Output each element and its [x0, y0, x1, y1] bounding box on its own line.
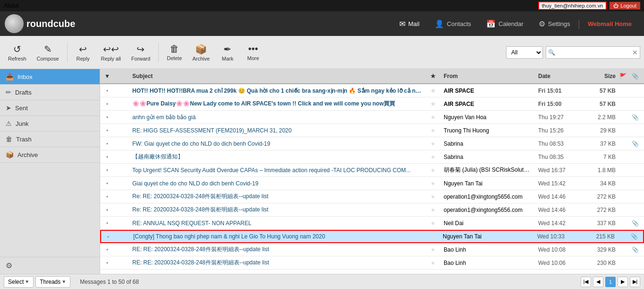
row-checkbox[interactable]: ●	[100, 261, 114, 265]
table-row[interactable]: ● [Congty] Thong bao nghi phep nam & ngh…	[100, 230, 644, 243]
row-checkbox[interactable]: ●	[100, 181, 114, 185]
search-icon: 🔍	[548, 49, 555, 56]
table-row[interactable]: ● 🌸🌸Pure Daisy🌸🌸New Lady come to AIR SPA…	[100, 97, 644, 111]
search-input[interactable]	[557, 49, 632, 56]
row-from: operation1@xingtong5656.com	[440, 193, 534, 200]
forward-button[interactable]: ↪ Forward	[127, 38, 155, 67]
row-checkbox[interactable]: ●	[100, 168, 114, 172]
row-star[interactable]: ★	[426, 101, 440, 107]
row-checkbox[interactable]: ●	[100, 88, 114, 93]
mark-button[interactable]: ✒ Mark	[216, 38, 240, 67]
nav-mail[interactable]: ✉ Mail	[392, 16, 427, 32]
row-star[interactable]: ★	[426, 246, 440, 253]
sidebar-item-trash[interactable]: 🗑 Trash	[0, 131, 100, 147]
about-link[interactable]: About	[4, 2, 18, 9]
prev-page-button[interactable]: ◀	[593, 277, 603, 287]
delete-button[interactable]: 🗑 Delete	[163, 38, 186, 67]
sidebar-item-inbox[interactable]: 📥 Inbox	[0, 69, 100, 85]
sidebar-item-archive[interactable]: 📦 Archive	[0, 147, 100, 163]
row-subject: RE: RE: 20200324-0328-248件裝柜明細表--update …	[129, 245, 426, 254]
row-star[interactable]: ★	[426, 140, 440, 147]
threads-button[interactable]: Threads ▼	[35, 276, 70, 288]
row-checkbox[interactable]: ●	[100, 141, 114, 146]
nav-contacts[interactable]: 👤 Contacts	[427, 16, 479, 32]
row-checkbox[interactable]: ●	[101, 235, 115, 239]
refresh-button[interactable]: ↺ Refresh	[4, 38, 31, 67]
reply-button[interactable]: ↩ Reply	[71, 38, 95, 67]
table-row[interactable]: ● RE: HIGG SELF-ASSESSMENT (FEM2019)_MAR…	[100, 124, 644, 137]
archive-button[interactable]: 📦 Archive	[188, 38, 214, 67]
row-star[interactable]: ★	[426, 180, 440, 187]
more-button[interactable]: ••• More	[241, 38, 265, 67]
first-page-button[interactable]: |◀	[581, 277, 591, 287]
table-row[interactable]: ● anhn gửi em bảb bảo giá ★ Nguyen Van H…	[100, 111, 644, 124]
size-header[interactable]: Size	[582, 73, 619, 79]
row-star[interactable]: ★	[426, 154, 440, 160]
drafts-icon: ✏	[6, 88, 11, 96]
row-star[interactable]: ★	[426, 207, 440, 213]
last-page-button[interactable]: ▶|	[630, 277, 640, 287]
sidebar-item-junk[interactable]: ⚠ Junk	[0, 116, 100, 131]
logout-button[interactable]: ⏻ Logout	[610, 2, 640, 9]
row-checkbox[interactable]: ●	[100, 221, 114, 225]
check-all[interactable]: ▼	[100, 73, 114, 79]
nav-settings[interactable]: ⚙ Settings	[531, 16, 578, 32]
attach-col-header: 📎	[632, 73, 644, 79]
sidebar-settings[interactable]: ⚙	[0, 257, 100, 274]
page-number[interactable]: 1	[605, 277, 616, 287]
row-from: Nguyen Tan Tai	[439, 233, 533, 240]
table-row[interactable]: ● RE: ANNUAL NSQ REQUEST- NON APPAREL ★ …	[100, 217, 644, 230]
row-subject: Re: RE: 20200324-0328-248件裝柜明細表--update …	[129, 206, 426, 214]
table-row[interactable]: ● Giai quyet che do cho NLD do dich benh…	[100, 177, 644, 190]
settings-icon: ⚙	[539, 19, 545, 28]
table-row[interactable]: ● RE: RE: 20200324-0328-248件裝柜明細表--updat…	[100, 243, 644, 256]
row-star[interactable]: ★	[426, 127, 440, 134]
sidebar-item-sent[interactable]: ➤ Sent	[0, 100, 100, 116]
row-checkbox[interactable]: ●	[100, 155, 114, 159]
from-header[interactable]: From	[440, 73, 534, 79]
row-size: 57 KB	[582, 88, 619, 94]
sidebar-item-drafts[interactable]: ✏ Drafts	[0, 85, 100, 100]
table-row[interactable]: ● Re: RE: 20200324-0328-248件裝柜明細表--updat…	[100, 203, 644, 217]
search-box: 🔍 ✕	[546, 46, 640, 59]
row-subject: RE: ANNUAL NSQ REQUEST- NON APPAREL	[129, 220, 426, 227]
power-icon: ⏻	[613, 3, 618, 9]
next-page-button[interactable]: ▶	[618, 277, 628, 287]
table-row[interactable]: ● 【越南廠休假通知】 ★ Sabrina Thu 08:35 7 KB	[100, 150, 644, 164]
row-star[interactable]: ★	[426, 193, 440, 200]
filter-select[interactable]: All Unread Flagged	[506, 46, 543, 59]
reply-all-button[interactable]: ↩↩ Reply all	[97, 38, 125, 67]
table-row[interactable]: ● FW: Giai quyet che do cho NLD do dich …	[100, 137, 644, 150]
row-star[interactable]: ★	[425, 233, 439, 240]
row-checkbox[interactable]: ●	[100, 194, 114, 199]
row-from: Sabrina	[440, 140, 534, 147]
row-checkbox[interactable]: ●	[100, 102, 114, 106]
row-date: Fri 15:01	[534, 88, 582, 94]
date-header[interactable]: Date	[534, 73, 582, 79]
table-row[interactable]: ● Top Urgent! SCAN Security Audit Overdu…	[100, 164, 644, 177]
select-button[interactable]: Select ▼	[4, 276, 34, 288]
table-row[interactable]: ● RE: RE: 20200324-0328-248件裝柜明細表--updat…	[100, 256, 644, 270]
options-icon: ▼	[104, 73, 110, 79]
row-checkbox[interactable]: ●	[100, 115, 114, 119]
table-row[interactable]: ● Mail delivery failed: returning messag…	[100, 270, 644, 274]
row-date: Thu 15:26	[534, 127, 582, 134]
table-row[interactable]: ● Re: RE: 20200324-0328-248件裝柜明細表--updat…	[100, 190, 644, 203]
user-email: thuy_tien@nhihiep.com.vn	[538, 1, 607, 10]
row-star[interactable]: ★	[426, 167, 440, 174]
row-subject: Re: RE: 20200324-0328-248件裝柜明細表--update …	[129, 193, 426, 201]
row-star[interactable]: ★	[426, 260, 440, 266]
row-star[interactable]: ★	[426, 88, 440, 94]
nav-webmail-home[interactable]: Webmail Home	[580, 17, 639, 31]
row-checkbox[interactable]: ●	[100, 128, 114, 132]
clear-search-icon[interactable]: ✕	[632, 49, 638, 56]
row-checkbox[interactable]: ●	[100, 208, 114, 212]
row-star[interactable]: ★	[426, 273, 440, 274]
row-star[interactable]: ★	[426, 220, 440, 227]
row-checkbox[interactable]: ●	[100, 247, 114, 252]
subject-header[interactable]: Subject	[129, 73, 426, 79]
compose-button[interactable]: ✎ Compose	[33, 38, 63, 67]
nav-calendar[interactable]: 📅 Calendar	[479, 16, 531, 32]
table-row[interactable]: ● HOT!! HOT!! HOT!!BRA mua 2 chỉ 299k 😊 …	[100, 84, 644, 97]
row-star[interactable]: ★	[426, 114, 440, 121]
